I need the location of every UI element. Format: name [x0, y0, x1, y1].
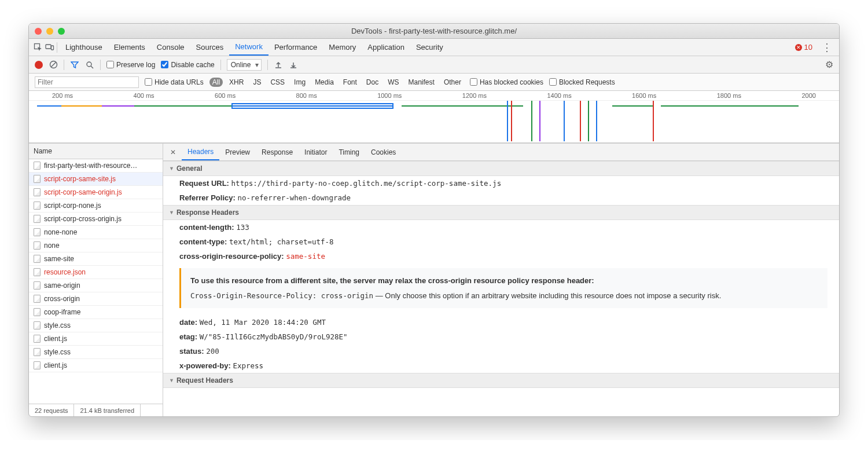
request-row[interactable]: resource.json	[29, 266, 163, 279]
request-row[interactable]: script-corp-same-site.js	[29, 173, 163, 186]
request-list: first-party-test-with-resource…script-co…	[29, 159, 163, 404]
filter-pill-font[interactable]: Font	[340, 78, 360, 87]
filter-pill-other[interactable]: Other	[441, 78, 464, 87]
request-row[interactable]: script-corp-same-origin.js	[29, 186, 163, 199]
filter-pill-ws[interactable]: WS	[385, 78, 402, 87]
tab-lighthouse[interactable]: Lighthouse	[60, 39, 108, 56]
tab-application[interactable]: Application	[362, 39, 410, 56]
record-button[interactable]	[35, 61, 43, 69]
triangle-down-icon: ▼	[169, 166, 174, 171]
device-toolbar-icon[interactable]	[45, 43, 54, 52]
svg-line-6	[91, 66, 93, 68]
status-label: status:	[179, 347, 204, 356]
request-row[interactable]: client.js	[29, 332, 163, 346]
main-tabs: LighthouseElementsConsoleSourcesNetworkP…	[29, 39, 839, 56]
close-detail-button[interactable]: ✕	[167, 148, 179, 156]
blocked-requests-label: Blocked Requests	[559, 78, 615, 86]
more-menu-icon[interactable]: ⋮	[819, 41, 834, 54]
request-row[interactable]: same-site	[29, 252, 163, 266]
triangle-down-icon: ▼	[169, 378, 174, 383]
content-type-row: content-type: text/html; charset=utf-8	[163, 235, 839, 249]
tab-sources[interactable]: Sources	[190, 39, 230, 56]
search-icon[interactable]	[85, 60, 94, 69]
filter-pill-img[interactable]: Img	[291, 78, 308, 87]
timeline-body	[29, 101, 839, 141]
upload-har-icon[interactable]	[274, 60, 283, 69]
file-icon	[34, 188, 41, 196]
filter-pill-manifest[interactable]: Manifest	[406, 78, 437, 87]
detail-tabs: ✕ HeadersPreviewResponseInitiatorTimingC…	[163, 144, 839, 161]
request-row[interactable]: client.js	[29, 359, 163, 372]
tab-elements[interactable]: Elements	[108, 39, 151, 56]
request-name: none	[44, 241, 60, 250]
timeline-tick: 1200 ms	[462, 92, 487, 99]
callout-title: To use this resource from a different si…	[190, 275, 818, 287]
request-headers-label: Request Headers	[176, 376, 233, 385]
disable-cache-checkbox[interactable]: Disable cache	[161, 61, 214, 69]
request-url-label: Request URL:	[179, 179, 229, 188]
request-name: client.js	[44, 361, 67, 369]
tab-performance[interactable]: Performance	[269, 39, 323, 56]
detail-tab-preview[interactable]: Preview	[219, 144, 256, 160]
file-icon	[34, 202, 41, 210]
name-column-header[interactable]: Name	[29, 144, 163, 159]
tab-memory[interactable]: Memory	[323, 39, 362, 56]
has-blocked-cookies-checkbox[interactable]: Has blocked cookies	[470, 78, 543, 86]
filter-pill-doc[interactable]: Doc	[363, 78, 381, 87]
request-row[interactable]: none	[29, 239, 163, 252]
throttling-dropdown[interactable]: Online	[227, 59, 262, 71]
filter-pill-js[interactable]: JS	[250, 78, 264, 87]
filter-pill-css[interactable]: CSS	[267, 78, 288, 87]
timeline-overview[interactable]: 200 ms400 ms600 ms800 ms1000 ms1200 ms14…	[29, 91, 839, 143]
request-row[interactable]: script-corp-none.js	[29, 199, 163, 213]
divider	[100, 60, 101, 70]
preserve-log-checkbox[interactable]: Preserve log	[106, 61, 155, 69]
corp-label: cross-origin-resource-policy:	[179, 252, 284, 261]
detail-tab-headers[interactable]: Headers	[182, 144, 219, 160]
download-har-icon[interactable]	[289, 60, 298, 69]
filter-pill-xhr[interactable]: XHR	[226, 78, 247, 87]
detail-tab-initiator[interactable]: Initiator	[299, 144, 333, 160]
request-row[interactable]: coop-iframe	[29, 306, 163, 319]
detail-tab-timing[interactable]: Timing	[333, 144, 365, 160]
file-icon	[34, 228, 41, 236]
tab-network[interactable]: Network	[229, 39, 269, 56]
request-url-value: https://third-party-no-coep.glitch.me/sc…	[231, 179, 502, 188]
request-row[interactable]: first-party-test-with-resource…	[29, 159, 163, 173]
request-name: script-corp-none.js	[44, 202, 101, 210]
request-headers-section-header[interactable]: ▼Request Headers	[163, 373, 839, 388]
status-row: status: 200	[163, 344, 839, 358]
tab-console[interactable]: Console	[151, 39, 190, 56]
response-headers-section-header[interactable]: ▼Response Headers	[163, 205, 839, 220]
filter-pill-all[interactable]: All	[209, 78, 223, 87]
inspect-element-icon[interactable]	[34, 43, 43, 52]
file-icon	[34, 175, 41, 183]
request-row[interactable]: style.css	[29, 346, 163, 359]
etag-row: etag: W/"85-I1lI6GczMydbABS0yD/9roL928E"	[163, 329, 839, 344]
general-section-label: General	[176, 164, 203, 173]
settings-icon[interactable]: ⚙	[825, 59, 833, 70]
detail-tab-response[interactable]: Response	[256, 144, 299, 160]
filter-input[interactable]	[35, 76, 139, 88]
detail-body: ▼General Request URL: https://third-part…	[163, 161, 839, 416]
timeline-tick: 800 ms	[296, 92, 317, 99]
errors-badge[interactable]: ✕ 10	[795, 43, 812, 52]
request-row[interactable]: style.css	[29, 319, 163, 332]
general-section-header[interactable]: ▼General	[163, 161, 839, 176]
request-row[interactable]: cross-origin	[29, 292, 163, 306]
filter-pill-media[interactable]: Media	[312, 78, 337, 87]
hide-data-urls-checkbox[interactable]: Hide data URLs	[145, 78, 204, 86]
triangle-down-icon: ▼	[169, 210, 174, 215]
filter-icon[interactable]	[70, 60, 79, 69]
network-toolbar: Preserve log Disable cache Online ⚙	[29, 56, 839, 74]
request-row[interactable]: none-none	[29, 226, 163, 239]
tab-security[interactable]: Security	[410, 39, 449, 56]
callout-body: Cross-Origin-Resource-Policy: cross-orig…	[190, 290, 818, 302]
clear-icon[interactable]	[49, 60, 58, 69]
request-row[interactable]: same-origin	[29, 279, 163, 292]
detail-tab-cookies[interactable]: Cookies	[365, 144, 402, 160]
corp-callout: To use this resource from a different si…	[179, 268, 827, 308]
xpb-row: x-powered-by: Express	[163, 358, 839, 373]
blocked-requests-checkbox[interactable]: Blocked Requests	[549, 78, 615, 86]
request-row[interactable]: script-corp-cross-origin.js	[29, 213, 163, 226]
